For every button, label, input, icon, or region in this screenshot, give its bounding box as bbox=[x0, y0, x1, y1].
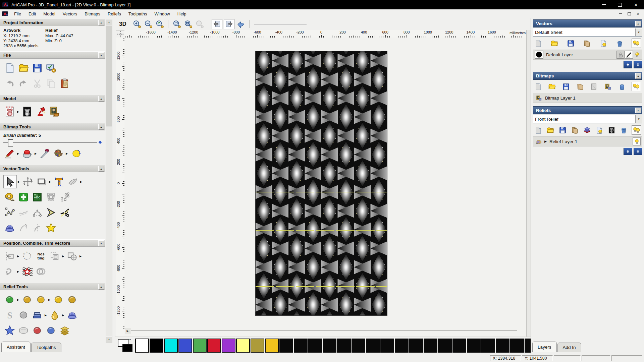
palette-swatch-4[interactable] bbox=[193, 339, 207, 353]
zoom-previous-icon[interactable] bbox=[155, 19, 165, 29]
delete-bitmap-layer-icon[interactable] bbox=[618, 82, 626, 91]
show-all-vector-layers-icon[interactable] bbox=[632, 39, 641, 48]
collapse-section-icon[interactable]: ▲ bbox=[635, 73, 641, 79]
open-vector-layer-icon[interactable] bbox=[550, 39, 559, 48]
smooth-relief-icon[interactable] bbox=[21, 293, 34, 306]
minimize-button[interactable] bbox=[596, 0, 612, 9]
palette-swatch-5[interactable] bbox=[207, 339, 221, 353]
section-header[interactable]: Model▲ bbox=[0, 95, 105, 102]
palette-swatch-1[interactable] bbox=[150, 339, 163, 353]
relief-drip-icon[interactable] bbox=[48, 309, 61, 321]
collapse-section-icon[interactable]: ▲ bbox=[98, 124, 104, 130]
reliefs-header[interactable]: Reliefs▲ bbox=[533, 106, 642, 114]
vectors-header[interactable]: Vectors▲ bbox=[533, 19, 642, 27]
menu-help[interactable]: Help bbox=[174, 9, 190, 18]
adjust-model-icon[interactable] bbox=[3, 105, 16, 118]
menu-window[interactable]: Window bbox=[151, 9, 174, 18]
collapse-section-icon[interactable]: ▲ bbox=[98, 284, 104, 290]
mdi-close-button[interactable]: ✕ bbox=[635, 11, 641, 16]
weld-vectors-icon[interactable] bbox=[66, 250, 78, 262]
move-layer-down-button[interactable] bbox=[634, 148, 642, 155]
colour-palette-icon[interactable] bbox=[52, 147, 65, 160]
flyout-arrow[interactable]: ▶ bbox=[17, 270, 20, 273]
mdi-minimize-button[interactable] bbox=[618, 11, 623, 16]
distort-mesh-icon[interactable] bbox=[45, 191, 57, 203]
layers-tab-layers[interactable]: Layers bbox=[532, 342, 557, 352]
relief-layer-row[interactable]: ▶Relief Layer 1 bbox=[533, 136, 642, 146]
assistant-scrollbar[interactable]: ▲▼ bbox=[106, 19, 112, 343]
section-header[interactable]: Vector Tools▲ bbox=[0, 165, 105, 172]
save-vector-layer-icon[interactable] bbox=[566, 39, 575, 48]
new-bitmap-layer-icon[interactable] bbox=[534, 82, 542, 91]
palette-swatch-14[interactable] bbox=[337, 339, 351, 353]
menu-edit[interactable]: Edit bbox=[25, 9, 40, 18]
view-zoom-slider[interactable] bbox=[254, 20, 311, 28]
zoom-in-icon[interactable] bbox=[132, 19, 142, 29]
scrollbar-thumb[interactable] bbox=[106, 25, 112, 126]
collapse-section-icon[interactable]: ▲ bbox=[98, 20, 104, 25]
close-button[interactable]: ✕ bbox=[628, 0, 644, 9]
palette-swatch-22[interactable] bbox=[452, 339, 466, 353]
palette-swatch-20[interactable] bbox=[424, 339, 437, 353]
primary-secondary-colour[interactable]: ⚯ bbox=[117, 338, 135, 353]
undo-icon[interactable] bbox=[3, 77, 16, 90]
align-vectors-icon[interactable] bbox=[3, 250, 16, 262]
collapse-section-icon[interactable]: ▲ bbox=[98, 240, 104, 246]
merge-vector-layers-icon[interactable] bbox=[583, 39, 591, 48]
menu-reliefs[interactable]: Reliefs bbox=[104, 9, 125, 18]
save-model-icon[interactable] bbox=[31, 62, 44, 74]
palette-swatch-0[interactable] bbox=[135, 339, 149, 353]
paint-icon[interactable] bbox=[3, 147, 16, 160]
flyout-arrow[interactable]: ▶ bbox=[62, 314, 65, 317]
relief-library-icon[interactable] bbox=[31, 309, 44, 321]
palette-swatch-15[interactable] bbox=[352, 339, 365, 353]
redo-icon[interactable] bbox=[17, 77, 30, 90]
assistant-tab-toolpaths[interactable]: Toolpaths bbox=[31, 343, 61, 352]
bitmap-layer-row[interactable]: Bitmap Layer 1 bbox=[533, 93, 642, 103]
flyout-arrow[interactable]: ▶ bbox=[49, 180, 52, 183]
flyout-arrow[interactable]: ▶ bbox=[66, 152, 68, 155]
zoom-fit-icon[interactable] bbox=[183, 19, 193, 29]
vector-texture-icon[interactable] bbox=[21, 265, 34, 278]
palette-swatch-19[interactable] bbox=[409, 339, 423, 353]
expand-layer-icon[interactable]: ▶ bbox=[544, 140, 547, 143]
flyout-arrow[interactable]: ▶ bbox=[35, 152, 37, 155]
free-sketch-icon[interactable] bbox=[17, 206, 30, 219]
open-model-icon[interactable] bbox=[17, 62, 30, 74]
section-header[interactable]: File▲ bbox=[0, 51, 105, 59]
flood-select-icon[interactable] bbox=[69, 147, 82, 160]
cushion-relief-icon[interactable] bbox=[17, 324, 30, 337]
vector-doctor-icon[interactable] bbox=[3, 222, 16, 234]
show-all-bitmap-layers-icon[interactable] bbox=[632, 82, 641, 91]
palette-swatch-26[interactable] bbox=[510, 339, 524, 353]
lock-layer-icon[interactable] bbox=[616, 51, 625, 59]
palette-swatch-13[interactable] bbox=[323, 339, 336, 353]
dropdown-arrow-icon[interactable]: ▼ bbox=[635, 115, 642, 123]
flyout-arrow[interactable]: ▶ bbox=[17, 110, 20, 113]
delete-relief-layer-icon[interactable] bbox=[620, 126, 628, 134]
flyout-arrow[interactable]: ▶ bbox=[79, 255, 82, 258]
palette-swatch-8[interactable] bbox=[251, 339, 264, 353]
offset-relief-icon[interactable] bbox=[58, 324, 71, 337]
zoom-window-icon[interactable] bbox=[172, 19, 182, 29]
flyout-arrow[interactable]: ▶ bbox=[17, 298, 20, 301]
group-vectors-icon[interactable] bbox=[48, 250, 61, 262]
create-arc-icon[interactable] bbox=[31, 206, 44, 219]
palette-swatch-10[interactable] bbox=[279, 339, 293, 353]
slider-handle[interactable] bbox=[309, 21, 311, 28]
show-all-relief-layers-icon[interactable] bbox=[632, 125, 641, 135]
sculpting-icon[interactable] bbox=[3, 293, 16, 306]
fit-arcs-icon[interactable] bbox=[31, 222, 44, 234]
palette-swatch-6[interactable] bbox=[222, 339, 235, 353]
clear-bitmap-layer-icon[interactable] bbox=[590, 82, 598, 91]
flood-fill-icon[interactable] bbox=[21, 147, 34, 160]
section-header[interactable]: Relief Tools▲ bbox=[0, 283, 105, 290]
flyout-arrow[interactable]: ▶ bbox=[18, 180, 20, 183]
relief-stack-icon[interactable] bbox=[583, 126, 591, 134]
merge-relief-layers-icon[interactable] bbox=[571, 126, 579, 134]
menu-model[interactable]: Model bbox=[40, 9, 59, 18]
relief-selector[interactable]: Front Relief▼ bbox=[533, 115, 642, 123]
collapse-section-icon[interactable]: ▲ bbox=[98, 52, 104, 58]
section-header[interactable]: Position, Combine, Trim Vectors▲ bbox=[0, 239, 105, 247]
create-text-icon[interactable] bbox=[53, 175, 65, 188]
